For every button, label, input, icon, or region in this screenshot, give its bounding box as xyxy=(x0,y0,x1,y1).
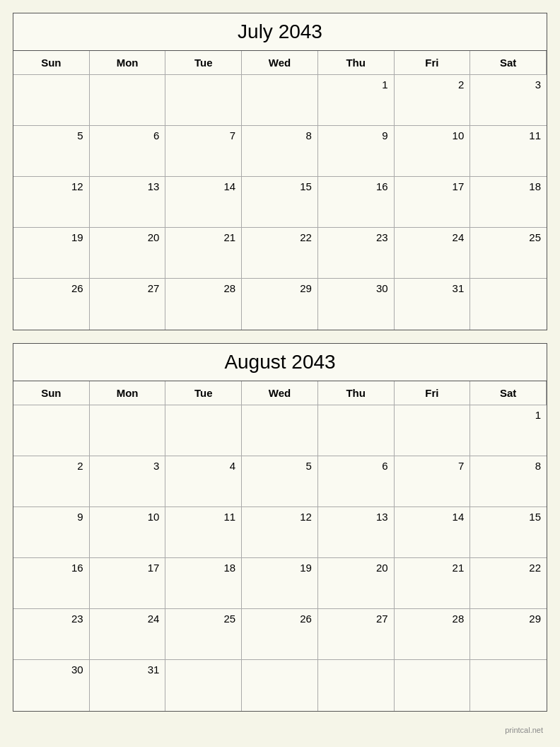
table-row: 27 xyxy=(318,609,395,660)
july-header-tue: Tue xyxy=(165,51,242,75)
table-row: 9 xyxy=(318,126,395,177)
table-row: 3 xyxy=(90,456,166,507)
table-row: 21 xyxy=(165,228,242,279)
table-row xyxy=(470,660,547,711)
table-row: 1 xyxy=(318,75,395,126)
august-header-wed: Wed xyxy=(242,381,318,405)
table-row: 21 xyxy=(395,558,471,609)
watermark: printcal.net xyxy=(13,724,547,736)
table-row: 10 xyxy=(395,126,471,177)
table-row xyxy=(395,405,471,456)
table-row: 24 xyxy=(395,228,471,279)
august-header-fri: Fri xyxy=(395,381,471,405)
table-row: 16 xyxy=(318,177,395,228)
table-row: 18 xyxy=(470,177,547,228)
july-title: July 2043 xyxy=(13,13,547,51)
table-row xyxy=(395,660,471,711)
table-row xyxy=(13,405,90,456)
august-header-thu: Thu xyxy=(318,381,395,405)
table-row xyxy=(90,75,166,126)
table-row: 20 xyxy=(318,558,395,609)
table-row: 26 xyxy=(13,279,90,330)
table-row: 5 xyxy=(13,126,90,177)
table-row: 29 xyxy=(470,609,547,660)
table-row: 25 xyxy=(165,609,242,660)
table-row xyxy=(318,405,395,456)
july-header-wed: Wed xyxy=(242,51,318,75)
july-header-fri: Fri xyxy=(395,51,471,75)
table-row: 30 xyxy=(318,279,395,330)
table-row: 22 xyxy=(242,228,318,279)
table-row: 2 xyxy=(395,75,471,126)
august-calendar: August 2043 Sun Mon Tue Wed Thu Fri Sat … xyxy=(13,343,547,712)
july-header-mon: Mon xyxy=(90,51,166,75)
august-header-mon: Mon xyxy=(90,381,166,405)
table-row: 27 xyxy=(90,279,166,330)
table-row xyxy=(242,660,318,711)
table-row: 3 xyxy=(470,75,547,126)
table-row: 14 xyxy=(165,177,242,228)
table-row: 28 xyxy=(165,279,242,330)
table-row: 31 xyxy=(395,279,471,330)
table-row: 6 xyxy=(90,126,166,177)
table-row xyxy=(165,75,242,126)
table-row: 30 xyxy=(13,660,90,711)
table-row: 4 xyxy=(165,456,242,507)
table-row: 13 xyxy=(318,507,395,558)
table-row: 31 xyxy=(90,660,166,711)
table-row: 29 xyxy=(242,279,318,330)
table-row: 26 xyxy=(242,609,318,660)
table-row: 11 xyxy=(165,507,242,558)
july-header-thu: Thu xyxy=(318,51,395,75)
table-row: 23 xyxy=(13,609,90,660)
july-header-sat: Sat xyxy=(470,51,547,75)
table-row: 16 xyxy=(13,558,90,609)
table-row: 6 xyxy=(318,456,395,507)
table-row: 28 xyxy=(395,609,471,660)
table-row: 9 xyxy=(13,507,90,558)
table-row: 8 xyxy=(242,126,318,177)
table-row xyxy=(242,75,318,126)
table-row: 8 xyxy=(470,456,547,507)
table-row: 10 xyxy=(90,507,166,558)
july-calendar: July 2043 Sun Mon Tue Wed Thu Fri Sat 1 … xyxy=(13,13,547,330)
table-row xyxy=(242,405,318,456)
august-header-sat: Sat xyxy=(470,381,547,405)
august-header-sun: Sun xyxy=(13,381,90,405)
table-row: 24 xyxy=(90,609,166,660)
table-row: 7 xyxy=(165,126,242,177)
table-row: 2 xyxy=(13,456,90,507)
table-row: 25 xyxy=(470,228,547,279)
july-grid: Sun Mon Tue Wed Thu Fri Sat 1 2 3 5 6 7 … xyxy=(13,51,547,330)
table-row: 17 xyxy=(395,177,471,228)
table-row: 12 xyxy=(13,177,90,228)
table-row: 15 xyxy=(242,177,318,228)
table-row: 19 xyxy=(13,228,90,279)
table-row: 17 xyxy=(90,558,166,609)
august-header-tue: Tue xyxy=(165,381,242,405)
table-row: 7 xyxy=(395,456,471,507)
table-row xyxy=(13,75,90,126)
table-row: 22 xyxy=(470,558,547,609)
table-row: 5 xyxy=(242,456,318,507)
table-row: 15 xyxy=(470,507,547,558)
table-row: 20 xyxy=(90,228,166,279)
table-row xyxy=(470,279,547,330)
table-row xyxy=(318,660,395,711)
august-grid: Sun Mon Tue Wed Thu Fri Sat 1 2 3 4 5 6 … xyxy=(13,381,547,711)
table-row xyxy=(165,660,242,711)
table-row xyxy=(165,405,242,456)
august-title: August 2043 xyxy=(13,344,547,381)
july-header-sun: Sun xyxy=(13,51,90,75)
table-row: 19 xyxy=(242,558,318,609)
table-row: 23 xyxy=(318,228,395,279)
table-row: 14 xyxy=(395,507,471,558)
table-row: 1 xyxy=(470,405,547,456)
table-row: 12 xyxy=(242,507,318,558)
table-row: 13 xyxy=(90,177,166,228)
table-row: 11 xyxy=(470,126,547,177)
table-row xyxy=(90,405,166,456)
table-row: 18 xyxy=(165,558,242,609)
